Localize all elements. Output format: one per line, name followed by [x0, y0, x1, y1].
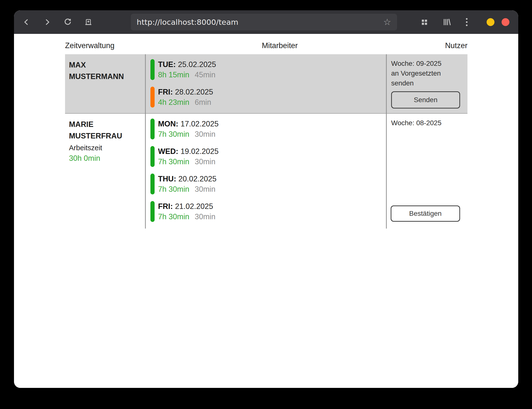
- time-entry-text: FRI:21.02.2025 7h 30min30min: [158, 201, 215, 222]
- employee-name-line: MAX: [69, 59, 145, 71]
- forward-icon: [43, 18, 51, 26]
- time-entry: FRI:28.02.2025 4h 23min6min: [150, 87, 386, 108]
- employee-name-line: MARIE: [69, 119, 145, 130]
- reload-button[interactable]: [61, 15, 75, 29]
- employee-name-cell: MAX MUSTERMANN: [65, 54, 145, 114]
- library-icon[interactable]: [442, 17, 452, 27]
- entry-date: 21.02.2025: [175, 202, 213, 211]
- pause-time: 30min: [195, 130, 215, 138]
- entry-date: 25.02.2025: [178, 60, 216, 69]
- week-label: an Vorgesetzten: [391, 68, 467, 78]
- app-navigation: Zeitverwaltung Mitarbeiter Nutzer: [65, 41, 467, 50]
- day-label: TUE:: [158, 60, 176, 69]
- nav-mitarbeiter[interactable]: Mitarbeiter: [262, 41, 298, 50]
- time-entry: THU:20.02.2025 7h 30min30min: [150, 174, 386, 194]
- pause-time: 30min: [195, 185, 215, 193]
- pause-time: 45min: [195, 70, 215, 79]
- kebab-menu-icon[interactable]: [464, 17, 470, 27]
- worked-time: 7h 30min: [158, 212, 189, 221]
- status-bar: [150, 119, 155, 139]
- browser-toolbar: http://localhost:8000/team ☆: [14, 10, 518, 34]
- nav-zeitverwaltung[interactable]: Zeitverwaltung: [65, 41, 115, 50]
- worktime-value: 30h 0min: [69, 154, 145, 163]
- week-action-cell: Woche: 09-2025 an Vorgesetzten senden Se…: [387, 54, 467, 114]
- time-entry-text: TUE:25.02.2025 8h 15min45min: [158, 59, 216, 80]
- extensions-grid-icon[interactable]: [419, 17, 429, 27]
- entry-date: 19.02.2025: [181, 147, 219, 156]
- entry-date: 28.02.2025: [175, 88, 213, 96]
- entry-date: 20.02.2025: [178, 175, 216, 183]
- time-entry-text: MON:17.02.2025 7h 30min30min: [158, 119, 219, 139]
- forward-button[interactable]: [40, 15, 54, 29]
- status-bar: [150, 146, 155, 167]
- pause-time: 30min: [195, 157, 215, 166]
- minimize-window-dot[interactable]: [487, 18, 494, 26]
- time-entry-text: FRI:28.02.2025 4h 23min6min: [158, 87, 213, 108]
- worked-time: 8h 15min: [158, 70, 189, 79]
- pause-time: 6min: [195, 98, 211, 107]
- new-tab-icon: [84, 18, 93, 26]
- week-label: Woche: 09-2025: [391, 59, 467, 68]
- url-bar[interactable]: http://localhost:8000/team ☆: [131, 14, 397, 30]
- back-button[interactable]: [20, 15, 33, 29]
- close-window-dot[interactable]: [502, 18, 509, 26]
- entry-date: 17.02.2025: [181, 120, 219, 128]
- day-label: MON:: [158, 120, 178, 128]
- time-entries-cell: MON:17.02.2025 7h 30min30min WED:19.02.2…: [145, 114, 387, 229]
- bestaetigen-button[interactable]: Bestätigen: [391, 205, 460, 222]
- time-entry: FRI:21.02.2025 7h 30min30min: [150, 201, 386, 222]
- employee-name-line: MUSTERMANN: [69, 71, 145, 82]
- day-label: WED:: [158, 147, 178, 156]
- employee-name-cell: MARIE MUSTERFRAU Arbeitszeit 30h 0min: [65, 114, 145, 229]
- worked-time: 4h 23min: [158, 98, 189, 107]
- time-entry-text: WED:19.02.2025 7h 30min30min: [158, 146, 219, 167]
- day-label: THU:: [158, 175, 176, 183]
- time-entry-text: THU:20.02.2025 7h 30min30min: [158, 174, 216, 194]
- browser-window: http://localhost:8000/team ☆ Zeitverwalt…: [14, 10, 518, 388]
- pause-time: 30min: [195, 212, 215, 221]
- bookmark-star-icon[interactable]: ☆: [383, 18, 391, 27]
- employee-row-max-mustermann: MAX MUSTERMANN TUE:25.02.2025 8h 15min45…: [65, 54, 467, 114]
- employee-table: MAX MUSTERMANN TUE:25.02.2025 8h 15min45…: [65, 54, 467, 228]
- week-action-cell: Woche: 08-2025 Bestätigen: [387, 114, 467, 229]
- employee-name-line: MUSTERFRAU: [69, 130, 145, 142]
- week-label: senden: [391, 78, 467, 88]
- status-bar: [150, 174, 155, 194]
- app-page: Zeitverwaltung Mitarbeiter Nutzer MAX MU…: [14, 41, 518, 388]
- worked-time: 7h 30min: [158, 157, 189, 166]
- time-entry: WED:19.02.2025 7h 30min30min: [150, 146, 386, 167]
- senden-button[interactable]: Senden: [391, 91, 460, 109]
- worktime-label: Arbeitszeit: [69, 144, 145, 152]
- week-label: Woche: 08-2025: [391, 118, 467, 128]
- time-entry: TUE:25.02.2025 8h 15min45min: [150, 59, 386, 80]
- worked-time: 7h 30min: [158, 185, 189, 193]
- time-entries-cell: TUE:25.02.2025 8h 15min45min FRI:28.02.2…: [145, 54, 387, 114]
- time-entry: MON:17.02.2025 7h 30min30min: [150, 119, 386, 139]
- status-bar: [150, 59, 155, 80]
- status-bar: [150, 201, 155, 222]
- nav-nutzer[interactable]: Nutzer: [445, 41, 467, 50]
- back-icon: [22, 18, 31, 26]
- day-label: FRI:: [158, 88, 173, 96]
- day-label: FRI:: [158, 202, 173, 211]
- status-bar: [150, 87, 155, 108]
- new-tab-button[interactable]: [81, 15, 95, 29]
- employee-row-marie-musterfrau: MARIE MUSTERFRAU Arbeitszeit 30h 0min MO…: [65, 114, 467, 228]
- worked-time: 7h 30min: [158, 130, 189, 138]
- url-text[interactable]: http://localhost:8000/team: [137, 18, 238, 27]
- reload-icon: [64, 18, 72, 26]
